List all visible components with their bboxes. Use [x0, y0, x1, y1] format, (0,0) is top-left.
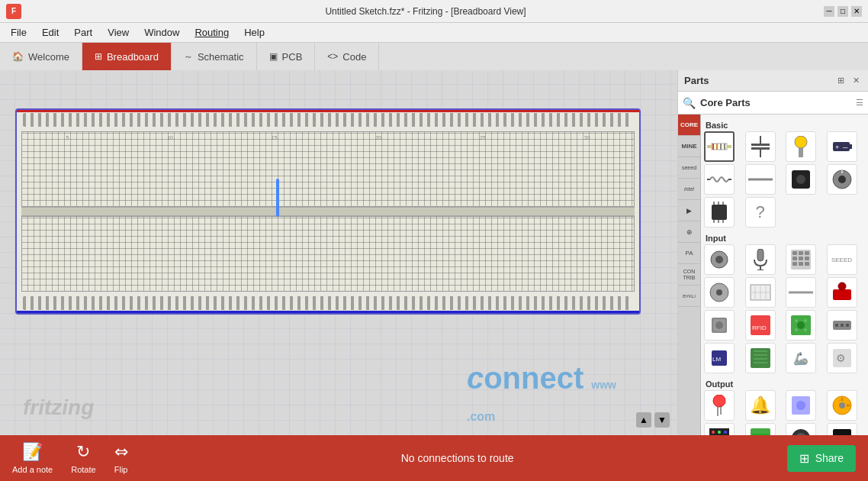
tab-welcome[interactable]: 🏠 Welcome: [0, 43, 82, 70]
menu-edit[interactable]: Edit: [34, 25, 66, 40]
svg-point-69: [804, 328, 807, 331]
menu-view[interactable]: View: [100, 25, 137, 40]
tab-pcb[interactable]: ▣ PCB: [257, 43, 316, 70]
part-speaker[interactable]: 🔔: [745, 390, 776, 421]
svg-rect-27: [712, 205, 727, 220]
code-icon: <>: [327, 51, 338, 62]
svg-text:─: ─: [842, 144, 848, 151]
part-ic[interactable]: [704, 197, 735, 228]
sidebar-icon-pa[interactable]: PA: [678, 243, 700, 264]
motor-icon: [829, 392, 855, 418]
add-note-button[interactable]: 📝 Add a note: [12, 442, 53, 474]
part-input-extra[interactable]: ⚙: [827, 343, 857, 373]
connector-icon: [829, 312, 855, 338]
app-icon: F: [6, 4, 21, 19]
part-dial[interactable]: [704, 277, 735, 308]
led-yellow-icon: [788, 134, 814, 160]
part-tact-switch[interactable]: [704, 310, 735, 341]
dial-icon: [706, 279, 732, 305]
schematic-icon: ～: [184, 50, 193, 63]
rotate-button[interactable]: ↻ Rotate: [71, 442, 95, 474]
bb-lower-half: [21, 216, 635, 292]
part-sensor[interactable]: [745, 277, 776, 308]
part-seeed[interactable]: SEEED: [827, 244, 857, 275]
part-mic[interactable]: [745, 244, 776, 275]
parts-close-icon[interactable]: ✕: [850, 75, 862, 87]
parts-panel: Parts ⊞ ✕ 🔍 Core Parts ☰ CORE MINE: [677, 70, 868, 435]
part-buzzer[interactable]: [786, 423, 816, 435]
tab-schematic[interactable]: ～ Schematic: [172, 43, 257, 70]
scroll-controls: ▲ ▼: [636, 412, 670, 428]
sidebar-icon-mine[interactable]: MINE: [678, 136, 700, 157]
part-inductor[interactable]: [704, 164, 735, 195]
share-icon: ⊞: [799, 451, 809, 466]
part-led-blue2[interactable]: [786, 390, 816, 421]
parts-expand-icon[interactable]: ⊞: [834, 75, 847, 87]
sidebar-icon-seeed[interactable]: seeed: [678, 157, 700, 179]
sidebar-icon-circle[interactable]: ⊕: [678, 221, 700, 243]
part-potentiometer[interactable]: [827, 164, 857, 195]
breadboard-canvas[interactable]: // This will be rendered statically: [0, 70, 677, 435]
svg-rect-71: [835, 324, 838, 327]
menu-bar: File Edit Part View Window Routing Help: [0, 23, 868, 43]
scroll-down-button[interactable]: ▼: [654, 412, 670, 428]
share-button[interactable]: ⊞ Share: [787, 445, 856, 472]
svg-rect-45: [805, 257, 809, 260]
ic-icon: [706, 199, 732, 225]
bb-center-divider: [21, 207, 635, 216]
menu-help[interactable]: Help: [236, 25, 272, 40]
menu-file[interactable]: File: [3, 25, 34, 40]
tab-code[interactable]: <> Code: [315, 43, 379, 70]
part-keypad[interactable]: [786, 244, 816, 275]
part-motor[interactable]: [827, 390, 857, 421]
svg-point-67: [804, 319, 807, 322]
part-lcd-green[interactable]: [745, 423, 776, 435]
parts-grid-area: Basic: [701, 115, 868, 435]
mic-icon: [747, 247, 773, 273]
sidebar-icon-arrow[interactable]: ▶: [678, 200, 700, 221]
part-matrix[interactable]: [704, 423, 735, 435]
part-led-red[interactable]: [704, 390, 735, 421]
part-lm35[interactable]: LM: [704, 343, 735, 373]
part-encoder[interactable]: [704, 244, 735, 275]
potentiometer-icon: [829, 166, 855, 192]
part-display-segment[interactable]: 88: [827, 423, 857, 435]
sort-icon[interactable]: ☰: [856, 98, 863, 108]
part-green-board[interactable]: [745, 343, 776, 373]
scroll-up-button[interactable]: ▲: [636, 412, 651, 428]
flip-icon: ⇔: [114, 442, 128, 462]
joystick-icon: [829, 279, 855, 305]
part-rfid[interactable]: RFID: [745, 310, 776, 341]
part-arm[interactable]: 🦾: [786, 343, 816, 373]
part-dust-sensor[interactable]: [786, 310, 816, 341]
part-battery[interactable]: +─: [827, 131, 857, 162]
part-joystick[interactable]: [827, 277, 857, 308]
sidebar-icon-bykli[interactable]: BYKLI: [678, 286, 700, 307]
sidebar-icon-core[interactable]: CORE: [678, 115, 700, 136]
svg-point-65: [797, 321, 805, 329]
canvas-area[interactable]: // This will be rendered statically: [0, 70, 677, 435]
part-connector[interactable]: [827, 310, 857, 341]
close-button[interactable]: ✕: [851, 6, 862, 17]
flip-button[interactable]: ⇔ Flip: [114, 442, 128, 474]
part-resistor[interactable]: [704, 131, 735, 162]
part-wire[interactable]: [745, 164, 776, 195]
minimize-button[interactable]: ─: [824, 6, 834, 17]
part-led-yellow[interactable]: [786, 131, 816, 162]
part-button-black[interactable]: [786, 164, 816, 195]
part-capacitor[interactable]: [745, 131, 776, 162]
part-slider[interactable]: [786, 277, 816, 308]
svg-rect-73: [846, 324, 849, 327]
flip-label: Flip: [114, 465, 128, 474]
connect-logo: connect www .com: [467, 361, 616, 428]
menu-window[interactable]: Window: [137, 25, 187, 40]
sensor-icon: [747, 279, 773, 305]
part-unknown[interactable]: ?: [745, 197, 776, 228]
sidebar-icon-intel[interactable]: intel: [678, 179, 700, 200]
menu-routing[interactable]: Routing: [187, 25, 236, 40]
svg-text:8: 8: [844, 433, 850, 435]
menu-part[interactable]: Part: [66, 25, 100, 40]
tab-breadboard[interactable]: ⊞ Breadboard: [82, 43, 172, 70]
maximize-button[interactable]: □: [837, 6, 848, 17]
sidebar-icon-contrib[interactable]: CONTRIB: [678, 264, 700, 286]
